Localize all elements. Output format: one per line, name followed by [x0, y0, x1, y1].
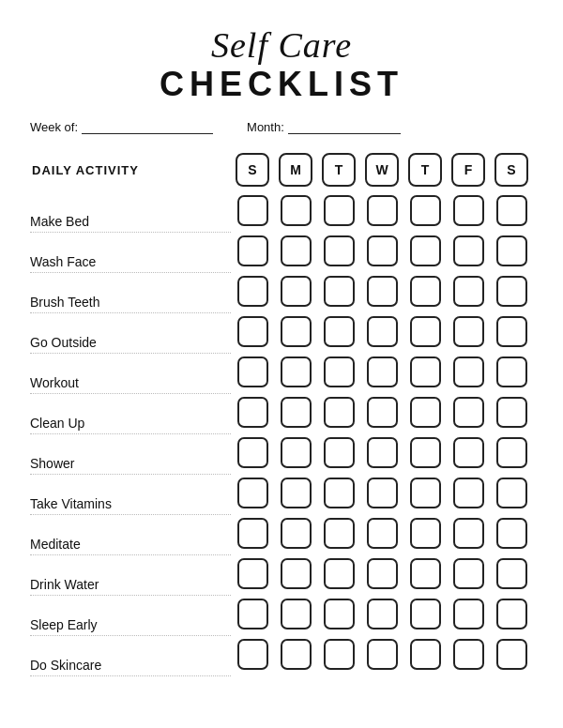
checkbox[interactable] [367, 235, 398, 266]
checkbox[interactable] [324, 599, 355, 629]
day-box-W: W [365, 153, 399, 187]
checkbox[interactable] [496, 356, 527, 387]
checkbox[interactable] [281, 478, 312, 508]
checkbox[interactable] [496, 599, 527, 629]
checkbox[interactable] [237, 599, 268, 629]
checkbox[interactable] [281, 518, 312, 549]
checkbox[interactable] [410, 478, 441, 508]
checkbox[interactable] [496, 518, 527, 549]
checkbox[interactable] [324, 195, 355, 226]
checkbox[interactable] [496, 437, 527, 468]
checkbox[interactable] [410, 316, 441, 347]
checkbox[interactable] [237, 437, 268, 468]
check-cell [447, 273, 490, 313]
check-cell [490, 233, 533, 273]
check-cell [403, 192, 447, 233]
checkbox[interactable] [367, 356, 398, 387]
check-cell [274, 515, 317, 555]
checkbox[interactable] [453, 437, 484, 468]
checkbox[interactable] [324, 316, 355, 347]
checkbox[interactable] [324, 518, 355, 549]
checkbox[interactable] [410, 235, 441, 266]
checkbox[interactable] [324, 478, 355, 508]
activity-row: Go Outside [30, 313, 533, 354]
checkbox[interactable] [237, 558, 268, 589]
checkbox[interactable] [410, 639, 441, 670]
checkbox[interactable] [324, 397, 355, 428]
checkbox[interactable] [410, 437, 441, 468]
day-box-S1: S [236, 153, 269, 187]
checkbox[interactable] [496, 558, 527, 589]
checkbox[interactable] [410, 558, 441, 589]
checkbox[interactable] [453, 195, 484, 226]
checkbox[interactable] [281, 599, 312, 629]
checkbox[interactable] [367, 639, 398, 670]
checkbox[interactable] [367, 518, 398, 549]
checkbox[interactable] [453, 478, 484, 508]
checkbox[interactable] [281, 437, 312, 468]
checkbox[interactable] [237, 356, 268, 387]
checkbox[interactable] [367, 195, 398, 226]
checkbox[interactable] [237, 316, 268, 347]
checkbox[interactable] [410, 195, 441, 226]
checkbox[interactable] [281, 558, 312, 589]
checkbox[interactable] [453, 316, 484, 347]
checkbox[interactable] [367, 437, 398, 468]
checkbox[interactable] [237, 235, 268, 266]
check-cell [231, 596, 274, 636]
checkbox[interactable] [324, 235, 355, 266]
check-cell [447, 192, 490, 233]
checkbox[interactable] [496, 478, 527, 508]
checkbox[interactable] [281, 276, 312, 307]
checkbox[interactable] [324, 558, 355, 589]
checkbox[interactable] [237, 397, 268, 428]
checkbox[interactable] [453, 599, 484, 629]
checkbox[interactable] [496, 639, 527, 670]
checkbox[interactable] [496, 397, 527, 428]
checkbox[interactable] [237, 639, 268, 670]
checkbox[interactable] [281, 356, 312, 387]
checkbox[interactable] [367, 276, 398, 307]
checkbox[interactable] [410, 518, 441, 549]
checkbox[interactable] [281, 195, 312, 226]
checkbox[interactable] [453, 356, 484, 387]
checkbox[interactable] [324, 356, 355, 387]
checkbox[interactable] [453, 397, 484, 428]
checkbox[interactable] [453, 639, 484, 670]
checkbox[interactable] [496, 276, 527, 307]
checkbox[interactable] [324, 276, 355, 307]
day-header-5: F [447, 151, 490, 192]
checkbox[interactable] [367, 558, 398, 589]
checkbox[interactable] [281, 639, 312, 670]
checkbox[interactable] [496, 195, 527, 226]
checkbox[interactable] [281, 235, 312, 266]
week-input[interactable] [82, 119, 213, 134]
checkbox[interactable] [496, 235, 527, 266]
checkbox[interactable] [496, 316, 527, 347]
checkbox[interactable] [367, 397, 398, 428]
checkbox[interactable] [324, 437, 355, 468]
checkbox[interactable] [410, 599, 441, 629]
checkbox[interactable] [237, 195, 268, 226]
checkbox[interactable] [281, 397, 312, 428]
check-cell [360, 515, 403, 555]
month-input[interactable] [288, 119, 401, 134]
checkbox[interactable] [410, 356, 441, 387]
checkbox[interactable] [410, 276, 441, 307]
checkbox[interactable] [367, 599, 398, 629]
checkbox[interactable] [237, 518, 268, 549]
check-cell [360, 313, 403, 354]
checkbox[interactable] [410, 397, 441, 428]
checkbox[interactable] [367, 478, 398, 508]
checkbox[interactable] [324, 639, 355, 670]
checkbox[interactable] [453, 518, 484, 549]
checkbox[interactable] [453, 276, 484, 307]
checkbox[interactable] [237, 478, 268, 508]
checkbox[interactable] [281, 316, 312, 347]
checkbox[interactable] [453, 235, 484, 266]
checkbox[interactable] [237, 276, 268, 307]
check-cell [447, 313, 490, 354]
check-cell [317, 233, 360, 273]
checkbox[interactable] [453, 558, 484, 589]
checkbox[interactable] [367, 316, 398, 347]
